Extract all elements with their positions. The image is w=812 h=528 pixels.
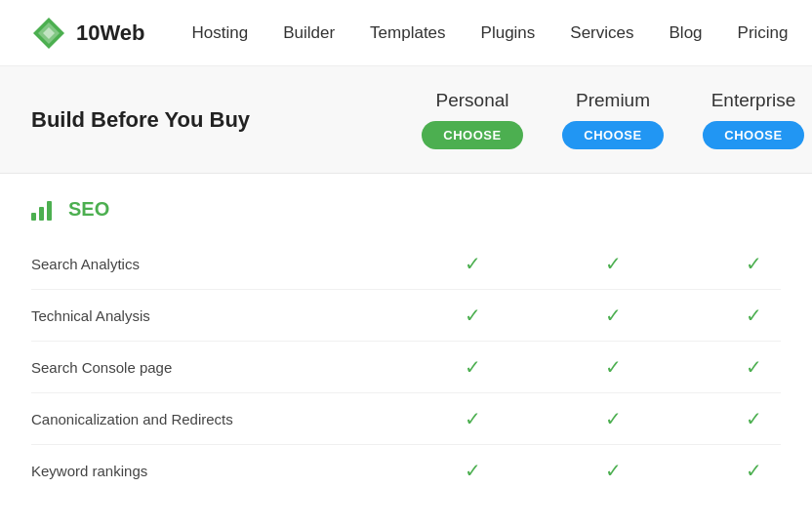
hero-title: Build Before You Buy: [31, 107, 402, 133]
check-enterprise-search-analytics: ✓: [683, 252, 812, 275]
checkmark-icon: ✓: [465, 304, 481, 327]
feature-label-technical-analysis: Technical Analysis: [31, 307, 402, 324]
plan-premium-name: Premium: [576, 90, 650, 111]
check-premium-search-console: ✓: [543, 355, 683, 379]
nav-links: Hosting Builder Templates Plugins Servic…: [192, 23, 789, 43]
hero-band: Build Before You Buy Personal CHOOSE Pre…: [0, 66, 812, 174]
check-personal-search-console: ✓: [402, 355, 543, 379]
feature-label-search-console: Search Console page: [31, 359, 402, 376]
plan-personal-name: Personal: [436, 90, 509, 111]
checkmark-icon: ✓: [746, 459, 762, 482]
check-premium-canonicalization: ✓: [543, 407, 683, 430]
checkmark-icon: ✓: [465, 355, 481, 379]
check-premium-keyword-rankings: ✓: [543, 459, 683, 482]
checkmark-icon: ✓: [465, 252, 481, 275]
checkmark-icon: ✓: [746, 407, 762, 430]
logo-icon: [31, 16, 66, 51]
logo[interactable]: 10Web: [31, 16, 145, 51]
checkmark-icon: ✓: [605, 355, 622, 379]
check-cells-search-analytics: ✓ ✓ ✓: [402, 252, 812, 275]
plan-premium: Premium CHOOSE: [543, 90, 683, 149]
check-premium-search-analytics: ✓: [543, 252, 683, 275]
feature-label-search-analytics: Search Analytics: [31, 256, 402, 272]
nav-item-templates[interactable]: Templates: [370, 23, 445, 43]
plan-columns: Personal CHOOSE Premium CHOOSE Enterpris…: [402, 90, 812, 149]
check-enterprise-search-console: ✓: [683, 355, 812, 379]
choose-personal-button[interactable]: CHOOSE: [422, 121, 522, 149]
check-cells-technical-analysis: ✓ ✓ ✓: [402, 304, 812, 327]
checkmark-icon: ✓: [746, 304, 762, 327]
checkmark-icon: ✓: [746, 355, 762, 379]
check-enterprise-canonicalization: ✓: [683, 407, 812, 430]
feature-row-search-console: Search Console page ✓ ✓ ✓: [31, 342, 781, 393]
check-enterprise-technical-analysis: ✓: [683, 304, 812, 327]
feature-label-canonicalization: Canonicalization and Redirects: [31, 411, 402, 427]
plan-enterprise: Enterprise CHOOSE: [683, 90, 812, 149]
checkmark-icon: ✓: [465, 407, 481, 430]
feature-row-technical-analysis: Technical Analysis ✓ ✓ ✓: [31, 290, 781, 342]
check-personal-keyword-rankings: ✓: [402, 459, 543, 482]
feature-label-keyword-rankings: Keyword rankings: [31, 463, 402, 479]
nav-item-hosting[interactable]: Hosting: [192, 23, 249, 43]
check-premium-technical-analysis: ✓: [543, 304, 683, 327]
navbar: 10Web Hosting Builder Templates Plugins …: [0, 0, 812, 66]
seo-section-title: SEO: [68, 198, 109, 221]
plan-enterprise-name: Enterprise: [711, 90, 796, 111]
nav-item-blog[interactable]: Blog: [670, 23, 703, 43]
check-cells-canonicalization: ✓ ✓ ✓: [402, 407, 812, 430]
plan-personal: Personal CHOOSE: [402, 90, 543, 149]
nav-item-pricing[interactable]: Pricing: [738, 23, 789, 43]
feature-row-keyword-rankings: Keyword rankings ✓ ✓ ✓: [31, 445, 781, 496]
nav-item-plugins[interactable]: Plugins: [481, 23, 536, 43]
check-cells-search-console: ✓ ✓ ✓: [402, 355, 812, 379]
seo-bar-icon: [31, 197, 59, 221]
choose-enterprise-button[interactable]: CHOOSE: [703, 121, 803, 149]
content: SEO Search Analytics ✓ ✓ ✓ Technical Ana…: [0, 174, 812, 496]
checkmark-icon: ✓: [746, 252, 762, 275]
check-enterprise-keyword-rankings: ✓: [683, 459, 812, 482]
nav-item-services[interactable]: Services: [570, 23, 633, 43]
logo-text: 10Web: [76, 20, 145, 46]
checkmark-icon: ✓: [605, 407, 622, 430]
checkmark-icon: ✓: [605, 304, 622, 327]
nav-item-builder[interactable]: Builder: [283, 23, 335, 43]
check-cells-keyword-rankings: ✓ ✓ ✓: [402, 459, 812, 482]
check-personal-search-analytics: ✓: [402, 252, 543, 275]
checkmark-icon: ✓: [465, 459, 481, 482]
feature-row-search-analytics: Search Analytics ✓ ✓ ✓: [31, 238, 781, 290]
check-personal-technical-analysis: ✓: [402, 304, 543, 327]
choose-premium-button[interactable]: CHOOSE: [562, 121, 663, 149]
checkmark-icon: ✓: [605, 459, 622, 482]
checkmark-icon: ✓: [605, 252, 622, 275]
feature-row-canonicalization: Canonicalization and Redirects ✓ ✓ ✓: [31, 393, 781, 445]
check-personal-canonicalization: ✓: [402, 407, 543, 430]
seo-section-header: SEO: [31, 197, 781, 221]
